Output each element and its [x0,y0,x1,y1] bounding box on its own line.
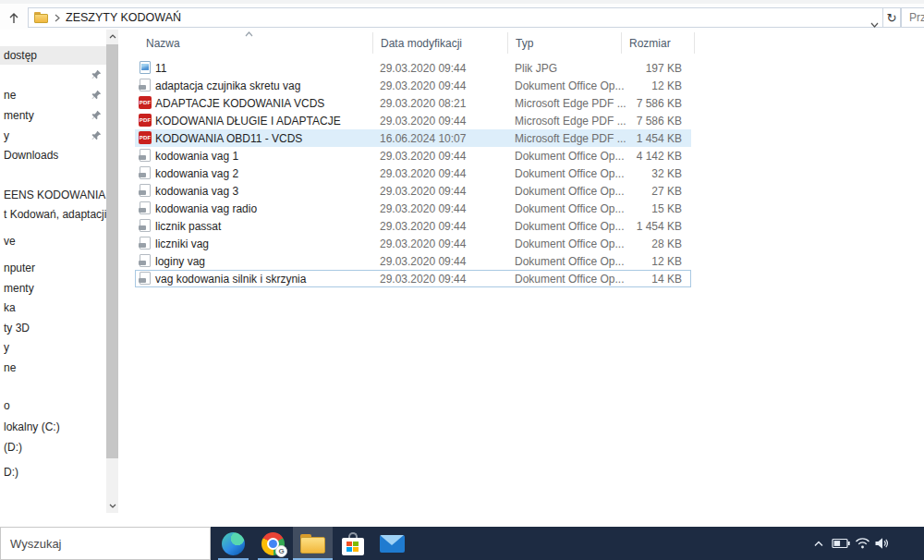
microsoft-edge-taskbar-button[interactable] [213,527,253,560]
navigate-up-button[interactable] [4,9,24,28]
file-row[interactable]: kodowania vag radio 29.03.2020 09:44 Dok… [135,200,691,217]
sidebar-item-label: menty [0,109,91,122]
file-row[interactable]: PDF KODOWANIA OBD11 - VCDS 16.06.2024 10… [135,129,691,147]
file-name: kodowania vag 1 [155,150,238,163]
file-list: 11 29.03.2020 09:44 Plik JPG 197 KB adap… [135,59,691,287]
sidebar-item[interactable]: menty [0,279,106,298]
mail-taskbar-button[interactable] [372,527,412,560]
file-name: KODOWANIA DŁUGIE I ADAPTACJE [155,115,341,128]
taskbar-search-box[interactable]: Wyszukaj [0,527,211,560]
file-date-modified: 29.03.2020 09:44 [380,255,466,268]
desktop-screen: ZESZYTY KODOWAŃ ↻ Prze dostępnementyyDow… [0,0,924,560]
speaker-icon[interactable] [871,527,892,560]
file-row[interactable]: adaptacja czujnika skretu vag 29.03.2020… [135,77,691,94]
file-row[interactable]: vag kodowania silnik i skrzynia 29.03.20… [135,270,691,287]
taskbar-search-label: Wyszukaj [10,537,62,551]
sidebar-item[interactable]: (D:) [0,438,106,457]
sidebar-item[interactable]: t Kodowań, adaptacji, p [0,205,106,224]
google-chrome-taskbar-button[interactable]: G [253,527,293,560]
sidebar-item[interactable]: y [0,338,106,357]
sidebar-item-label: nputer [0,262,106,274]
file-row[interactable]: loginy vag 29.03.2020 09:44 Dokument Off… [135,252,691,270]
pin-icon [91,69,103,80]
column-header-type[interactable]: Typ [507,32,621,54]
taskbar-apps: G [213,527,412,560]
column-header-size[interactable]: Rozmiar [621,32,695,54]
file-type: Dokument Office Op... [515,255,625,268]
sidebar-item[interactable]: ne [0,359,106,377]
file-type: Dokument Office Op... [515,185,625,198]
sidebar-item[interactable]: lokalny (C:) [0,418,106,436]
scroll-down-icon[interactable] [106,499,118,513]
sidebar-item-label: EENS KODOWANIA [0,189,106,201]
pin-icon [91,110,103,121]
explorer-search-placeholder: Prze [909,11,924,24]
file-type: Dokument Office Op... [515,202,625,215]
column-header-name[interactable]: Nazwa [135,32,372,54]
sidebar-item[interactable]: ty 3D [0,319,106,337]
file-row[interactable]: PDF ADAPTACJE KODOWANIA VCDS 29.03.2020 … [135,94,691,112]
sidebar-item[interactable]: nputer [0,259,106,277]
sidebar-item[interactable]: o [0,396,106,415]
column-headers: Nazwa Data modyfikacji Typ Rozmiar [135,32,695,54]
file-name: kodowania vag 3 [155,185,238,198]
microsoft-edge-icon [222,532,245,555]
breadcrumb[interactable]: ZESZYTY KODOWAŃ [66,11,181,24]
sidebar-item[interactable]: y [0,127,106,145]
file-size: 1 454 KB [637,220,682,233]
wifi-icon[interactable] [852,527,872,560]
mail-icon [380,535,405,553]
file-date-modified: 29.03.2020 09:44 [380,185,466,198]
microsoft-store-icon [342,532,364,555]
file-explorer-icon [300,534,325,554]
sidebar-item[interactable]: ka [0,298,106,317]
microsoft-store-taskbar-button[interactable] [333,527,372,560]
file-date-modified: 29.03.2020 09:44 [380,237,466,250]
file-explorer-taskbar-button[interactable] [293,527,333,560]
battery-icon[interactable] [830,527,852,560]
jpg-file-icon [140,61,151,74]
scroll-up-icon[interactable] [106,30,118,43]
file-row[interactable]: PDF KODOWANIA DŁUGIE I ADAPTACJE 29.03.2… [135,112,691,129]
file-size: 15 KB [651,202,682,215]
column-header-date[interactable]: Data modyfikacji [372,32,507,54]
sidebar-item[interactable]: ve [0,232,106,250]
doc-file-icon [140,219,151,232]
pdf-file-icon: PDF [139,131,152,144]
doc-file-icon [140,237,151,250]
doc-file-icon [140,272,151,285]
file-row[interactable]: liczniki vag 29.03.2020 09:44 Dokument O… [135,235,691,252]
refresh-button[interactable]: ↻ [883,7,901,28]
sidebar-item-label: ne [0,361,106,374]
sidebar-item[interactable] [0,66,106,84]
sidebar-item[interactable]: dostęp [0,46,106,65]
doc-file-icon [140,79,151,91]
file-row[interactable]: kodowania vag 3 29.03.2020 09:44 Dokumen… [135,182,691,200]
folder-icon [34,12,48,23]
sidebar-item[interactable]: menty [0,106,106,125]
explorer-search-input[interactable]: Prze [901,7,924,28]
sidebar-scrollbar[interactable] [106,30,118,513]
file-size: 12 KB [651,79,682,92]
doc-file-icon [140,184,151,197]
scrollbar-thumb[interactable] [106,44,118,458]
sidebar-item[interactable]: Downloads [0,146,106,164]
file-name: liczniki vag [155,237,209,250]
address-dropdown-icon[interactable] [870,15,879,31]
sidebar-item[interactable]: ne [0,86,106,104]
file-row[interactable]: kodowania vag 2 29.03.2020 09:44 Dokumen… [135,164,691,182]
file-row[interactable]: kodowania vag 1 29.03.2020 09:44 Dokumen… [135,147,691,164]
address-bar[interactable]: ZESZYTY KODOWAŃ [28,7,883,28]
sidebar-item[interactable]: EENS KODOWANIA [0,186,106,204]
up-arrow-icon [7,12,20,25]
file-size: 27 KB [651,185,682,198]
file-row[interactable]: licznik passat 29.03.2020 09:44 Dokument… [135,217,691,235]
file-row[interactable]: 11 29.03.2020 09:44 Plik JPG 197 KB [135,59,691,77]
sidebar-item-label: ka [0,301,106,314]
sidebar-item[interactable]: D:) [0,463,106,481]
file-date-modified: 29.03.2020 08:21 [380,97,466,110]
tray-chevron-up-icon[interactable] [809,527,828,560]
sidebar-item-label: o [0,399,106,412]
doc-file-icon [140,149,151,162]
file-size: 197 KB [646,62,682,75]
